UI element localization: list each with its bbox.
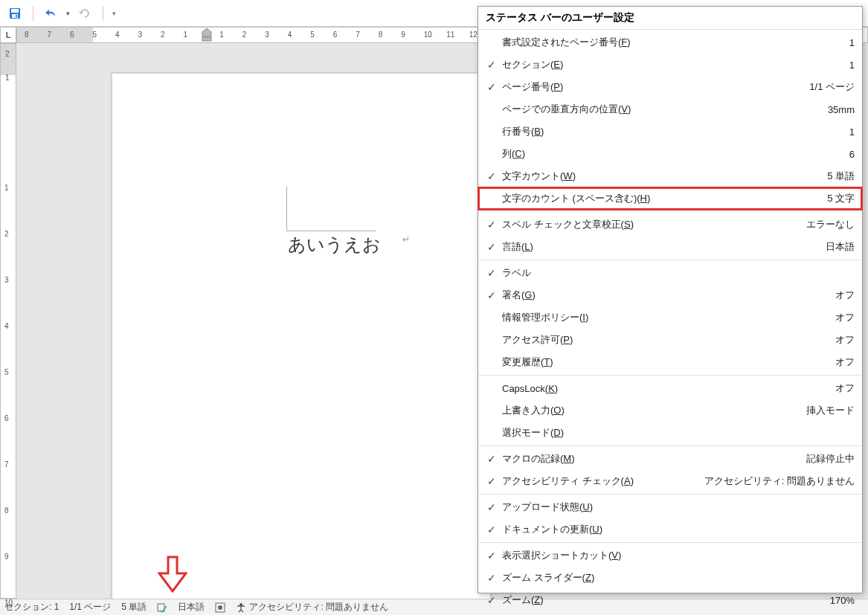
menu-item[interactable]: 上書き入力(O)挿入モード: [478, 399, 862, 422]
redo-button[interactable]: [76, 4, 94, 22]
check-icon: ✓: [481, 81, 502, 93]
undo-button[interactable]: [42, 4, 60, 22]
status-language[interactable]: 日本語: [178, 601, 205, 614]
svg-rect-1: [11, 9, 19, 13]
check-icon: ✓: [481, 550, 502, 561]
menu-item[interactable]: CapsLock(K)オフ: [478, 377, 862, 399]
menu-item[interactable]: 選択モード(D): [478, 422, 862, 444]
menu-item-label: 選択モード(D): [502, 426, 847, 439]
annotation-arrow-icon: [158, 556, 187, 593]
menu-item-label: スペル チェックと文章校正(S): [502, 218, 799, 231]
menu-item[interactable]: ✓ドキュメントの更新(U): [478, 518, 862, 541]
menu-item-label: アップロード状態(U): [502, 500, 847, 514]
menu-item-value: 挿入モード: [806, 404, 855, 417]
margin-corner-guide: [286, 187, 376, 231]
menu-item-label: ラベル: [502, 266, 847, 280]
proofing-icon: [157, 602, 167, 613]
menu-item[interactable]: 書式設定されたページ番号(F)1: [478, 31, 862, 54]
menu-item[interactable]: アクセス許可(P)オフ: [478, 329, 862, 351]
check-icon: ✓: [481, 453, 502, 465]
statusbar-customize-menu: ステータス バーのユーザー設定 書式設定されたページ番号(F)1✓セクション(E…: [478, 6, 863, 593]
menu-item-label: 情報管理ポリシー(I): [502, 311, 828, 324]
accessibility-icon: [236, 602, 246, 613]
check-icon: ✓: [481, 475, 502, 487]
menu-item-label: 文字カウント(W): [502, 170, 820, 183]
menu-item-label: 変更履歴(T): [502, 355, 828, 369]
menu-item-label: アクセシビリティ チェック(A): [502, 474, 697, 488]
menu-item[interactable]: ✓スペル チェックと文章校正(S)エラーなし: [478, 213, 862, 236]
menu-title: ステータス バーのユーザー設定: [478, 7, 862, 30]
document-page[interactable]: あいうえお ↵: [112, 73, 491, 599]
menu-item[interactable]: 列(C)6: [478, 143, 862, 165]
check-icon: ✓: [481, 572, 502, 584]
menu-item-label: 列(C): [502, 147, 842, 161]
menu-item[interactable]: ✓ズーム(Z)170%: [478, 589, 862, 611]
status-proofing[interactable]: [157, 602, 167, 613]
status-word-count[interactable]: 5 単語: [121, 601, 147, 614]
check-icon: ✓: [481, 267, 502, 279]
check-icon: ✓: [481, 501, 502, 513]
menu-item[interactable]: ✓セクション(E)1: [478, 54, 862, 76]
menu-item-label: 署名(G): [502, 289, 828, 302]
menu-item-value: オフ: [835, 355, 855, 369]
menu-item-label: アクセス許可(P): [502, 333, 828, 347]
save-button[interactable]: [6, 4, 24, 22]
svg-rect-4: [202, 37, 211, 41]
macro-record-icon: [215, 602, 225, 613]
menu-item[interactable]: ✓ズーム スライダー(Z): [478, 567, 862, 589]
separator: [33, 6, 33, 21]
menu-item-value: 日本語: [826, 240, 855, 254]
menu-item-label: ページ番号(P): [502, 80, 802, 94]
menu-item-label: 文字のカウント (スペース含む)(H): [502, 192, 820, 205]
menu-item-value: 6: [849, 149, 855, 160]
check-icon: ✓: [481, 219, 502, 231]
qat-customize[interactable]: ▾: [112, 10, 116, 17]
vertical-ruler[interactable]: 2112345678910: [0, 43, 16, 599]
menu-item-label: セクション(E): [502, 58, 842, 71]
menu-item-value: アクセシビリティ: 問題ありません: [704, 474, 855, 488]
menu-item[interactable]: ✓アクセシビリティ チェック(A)アクセシビリティ: 問題ありません: [478, 470, 862, 492]
menu-item[interactable]: ✓ラベル: [478, 262, 862, 284]
menu-item-value: 5 文字: [827, 192, 855, 205]
menu-separator: [478, 260, 862, 260]
menu-item-label: 上書き入力(O): [502, 404, 799, 417]
menu-item-label: CapsLock(K): [502, 383, 828, 394]
menu-item[interactable]: ✓言語(L)日本語: [478, 236, 862, 258]
menu-item-label: 言語(L): [502, 240, 818, 254]
svg-rect-3: [16, 15, 17, 17]
menu-item-label: ドキュメントの更新(U): [502, 523, 847, 536]
menu-separator: [478, 375, 862, 376]
menu-item[interactable]: 行番号(B)1: [478, 120, 862, 143]
menu-item-label: 書式設定されたページ番号(F): [502, 36, 842, 49]
menu-item-label: ズーム スライダー(Z): [502, 571, 847, 585]
status-macro[interactable]: [215, 602, 225, 613]
menu-item[interactable]: ✓表示選択ショートカット(V): [478, 544, 862, 567]
menu-item-label: マクロの記録(M): [502, 452, 799, 466]
menu-item[interactable]: ✓文字カウント(W)5 単語: [478, 165, 862, 187]
menu-item-value: 1/1 ページ: [809, 80, 855, 94]
menu-item-label: ズーム(Z): [502, 593, 823, 607]
menu-item-value: オフ: [835, 289, 855, 302]
menu-item[interactable]: ✓マクロの記録(M)記録停止中: [478, 448, 862, 470]
menu-item[interactable]: ✓署名(G)オフ: [478, 284, 862, 306]
undo-dropdown[interactable]: ▾: [66, 10, 70, 17]
menu-item-value: オフ: [835, 333, 855, 347]
check-icon: ✓: [481, 289, 502, 301]
check-icon: ✓: [481, 594, 502, 606]
menu-separator: [478, 494, 862, 495]
menu-item[interactable]: 変更履歴(T)オフ: [478, 351, 862, 373]
status-page[interactable]: 1/1 ページ: [69, 601, 111, 614]
menu-item[interactable]: 情報管理ポリシー(I)オフ: [478, 306, 862, 329]
document-text[interactable]: あいうえお: [288, 233, 381, 257]
menu-item[interactable]: 文字のカウント (スペース含む)(H)5 文字: [478, 187, 862, 210]
status-accessibility[interactable]: アクセシビリティ: 問題ありません: [236, 601, 388, 614]
menu-item[interactable]: ✓ページ番号(P)1/1 ページ: [478, 76, 862, 98]
menu-item-label: ページでの垂直方向の位置(V): [502, 103, 820, 116]
menu-item[interactable]: ページでの垂直方向の位置(V)35mm: [478, 98, 862, 120]
menu-item-value: オフ: [835, 381, 855, 395]
menu-item-label: 表示選択ショートカット(V): [502, 549, 847, 562]
menu-item-value: 35mm: [828, 104, 855, 115]
menu-item[interactable]: ✓アップロード状態(U): [478, 496, 862, 518]
menu-item-value: 記録停止中: [806, 452, 855, 466]
check-icon: ✓: [481, 524, 502, 535]
